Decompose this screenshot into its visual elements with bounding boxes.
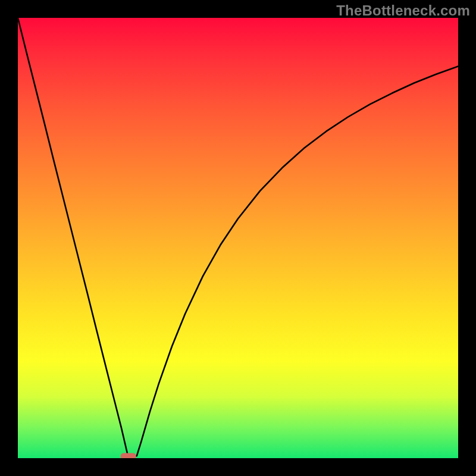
curve-svg <box>18 18 458 458</box>
plot-area <box>18 18 458 458</box>
minimum-marker <box>121 453 136 458</box>
watermark-text: TheBottleneck.com <box>336 2 470 19</box>
bottleneck-curve <box>18 18 458 457</box>
chart-frame: TheBottleneck.com <box>0 0 476 476</box>
